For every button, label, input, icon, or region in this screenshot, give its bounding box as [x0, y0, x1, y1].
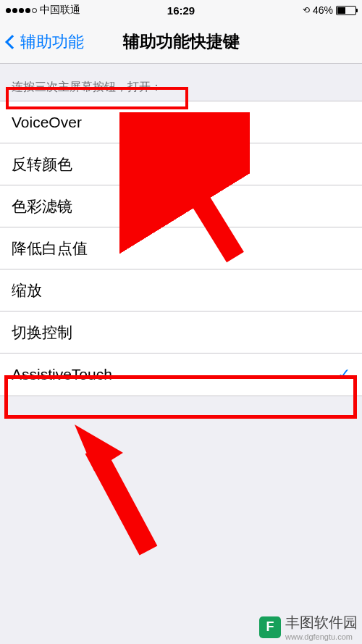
orientation-lock-icon: ⟲: [303, 5, 310, 15]
status-right: ⟲ 46%: [303, 4, 356, 16]
option-zoom[interactable]: 缩放: [0, 269, 362, 311]
watermark-logo-icon: F: [259, 616, 281, 638]
option-invert-colors[interactable]: 反转颜色: [0, 143, 362, 185]
page-title: 辅助功能快捷键: [123, 30, 240, 53]
option-label: 切换控制: [12, 322, 72, 343]
option-label: VoiceOver: [12, 114, 82, 131]
option-reduce-white-point[interactable]: 降低白点值: [0, 227, 362, 269]
svg-marker-4: [75, 425, 123, 471]
annotation-arrow-bottom: [54, 420, 170, 565]
option-label: 缩放: [12, 280, 42, 301]
options-list: VoiceOver 反转颜色 色彩滤镜 降低白点值 缩放 切换控制 Assist…: [0, 101, 362, 396]
svg-line-3: [94, 449, 148, 551]
option-label: 降低白点值: [12, 238, 88, 259]
signal-strength-icon: [6, 8, 37, 13]
option-color-filters[interactable]: 色彩滤镜: [0, 185, 362, 227]
navigation-bar: 辅助功能 辅助功能快捷键: [0, 20, 362, 64]
option-label: 反转颜色: [12, 154, 72, 175]
chevron-left-icon: [5, 35, 20, 49]
carrier-label: 中国联通: [40, 4, 80, 17]
status-left: 中国联通: [6, 4, 80, 17]
option-assistivetouch[interactable]: AssistiveTouch ✓: [0, 354, 362, 396]
option-label: 色彩滤镜: [12, 196, 72, 217]
back-button[interactable]: 辅助功能: [7, 31, 84, 53]
option-label: AssistiveTouch: [12, 366, 112, 383]
status-time: 16:29: [167, 4, 195, 17]
section-header: 连按三次主屏幕按钮，打开：: [0, 64, 362, 101]
battery-percentage: 46%: [313, 4, 333, 16]
checkmark-icon: ✓: [337, 365, 350, 384]
watermark-url: www.dgfengtu.com: [285, 632, 358, 641]
status-bar: 中国联通 16:29 ⟲ 46%: [0, 0, 362, 20]
watermark: F 丰图软件园 www.dgfengtu.com: [259, 613, 358, 641]
option-switch-control[interactable]: 切换控制: [0, 311, 362, 354]
battery-icon: [336, 6, 356, 15]
option-voiceover[interactable]: VoiceOver: [0, 101, 362, 143]
back-label: 辅助功能: [20, 31, 84, 53]
watermark-name: 丰图软件园: [285, 614, 358, 630]
